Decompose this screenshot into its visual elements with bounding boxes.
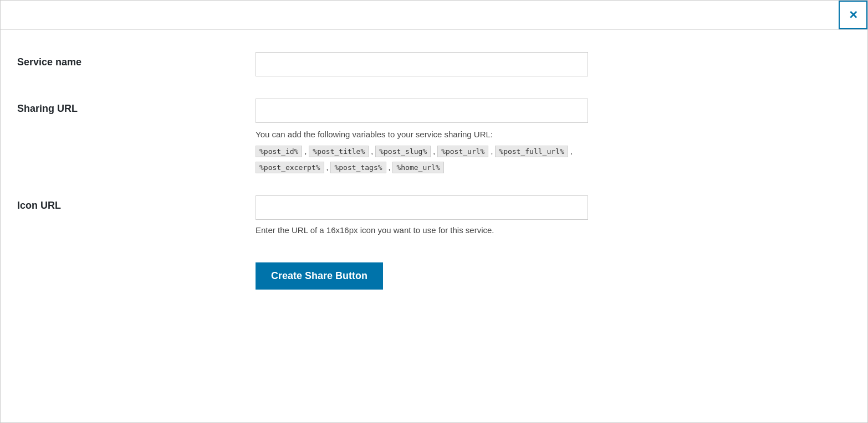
sharing-url-row: Sharing URL You can add the following va… [17, 99, 840, 173]
var-home-url: %home_url% [392, 162, 443, 173]
icon-url-help-text: Enter the URL of a 16x16px icon you want… [256, 225, 588, 235]
var-post-tags: %post_tags% [330, 162, 386, 173]
sharing-url-input[interactable] [256, 99, 588, 123]
create-share-button[interactable]: Create Share Button [256, 262, 383, 290]
var-post-full-url: %post_full_url% [495, 146, 568, 157]
service-name-field [256, 52, 588, 76]
service-name-label: Service name [17, 52, 256, 68]
icon-url-field: Enter the URL of a 16x16px icon you want… [256, 195, 588, 235]
service-name-row: Service name [17, 52, 840, 76]
var-post-slug: %post_slug% [375, 146, 431, 157]
icon-url-input[interactable] [256, 195, 588, 220]
service-name-input[interactable] [256, 52, 588, 76]
var-post-title: %post_title% [309, 146, 369, 157]
sharing-url-help-text: You can add the following variables to y… [256, 128, 588, 141]
variables-line: %post_id% , %post_title% , %post_slug% ,… [256, 146, 588, 157]
form-body: Service name Sharing URL You can add the… [1, 30, 867, 323]
var-post-excerpt: %post_excerpt% [256, 162, 324, 173]
close-icon: ✕ [849, 8, 858, 22]
sharing-url-field: You can add the following variables to y… [256, 99, 588, 173]
var-post-url: %post_url% [437, 146, 488, 157]
sharing-url-label: Sharing URL [17, 99, 256, 115]
variables-line-2: %post_excerpt% , %post_tags% , %home_url… [256, 162, 588, 173]
modal-container: ✕ Service name Sharing URL You can add t… [0, 0, 868, 423]
var-post-id: %post_id% [256, 146, 302, 157]
icon-url-label: Icon URL [17, 195, 256, 212]
close-button[interactable]: ✕ [839, 1, 867, 29]
icon-url-row: Icon URL Enter the URL of a 16x16px icon… [17, 195, 840, 235]
